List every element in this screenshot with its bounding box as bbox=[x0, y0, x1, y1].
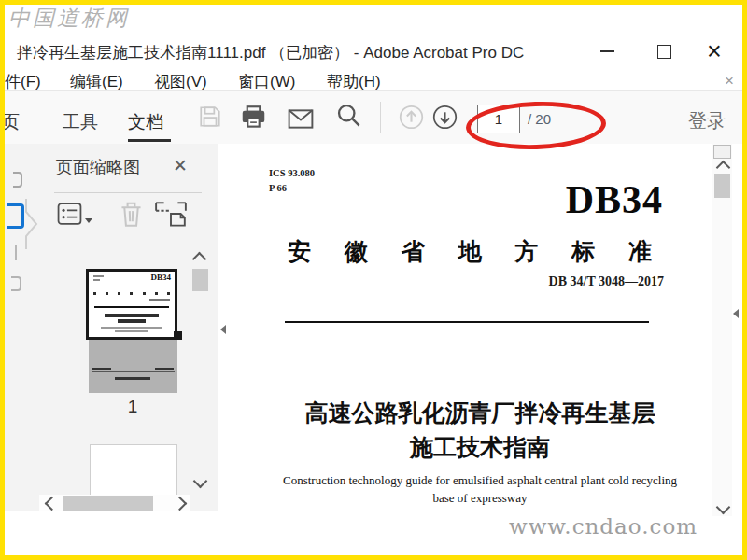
maximize-icon bbox=[657, 45, 671, 59]
watermark-top-left: 中国道桥网 bbox=[8, 4, 130, 33]
doc-vscrollbar-track[interactable] bbox=[712, 144, 732, 516]
save-icon bbox=[198, 105, 222, 129]
page1-label: 1 bbox=[86, 397, 179, 417]
delete-pages-button[interactable] bbox=[119, 201, 144, 231]
panel-scroll-up-icon[interactable] bbox=[192, 252, 207, 267]
panel-toolbar-divider bbox=[106, 200, 106, 230]
previous-page-button[interactable] bbox=[398, 104, 424, 130]
splitter-collapse-right-icon[interactable] bbox=[733, 309, 739, 318]
menubar-close-icon[interactable]: × bbox=[725, 72, 734, 91]
print-button[interactable] bbox=[240, 104, 266, 130]
window-title: 拌冷再生基层施工技术指南1111.pdf （已加密） - Adobe Acrob… bbox=[17, 42, 524, 63]
doc-scroll-down-icon[interactable] bbox=[716, 500, 731, 515]
toolbar: 页 工具 文档 / 20 登录 bbox=[5, 91, 742, 145]
watermark-bottom-right: www.cndao.com bbox=[509, 514, 696, 539]
nav-rail-icon-partial[interactable] bbox=[15, 245, 17, 260]
nav-rail-icon-partial[interactable] bbox=[13, 172, 22, 188]
search-icon bbox=[335, 102, 361, 128]
doc-subtitle-line1: Construction technology guide for emulsi… bbox=[233, 473, 727, 488]
close-button[interactable]: × bbox=[699, 39, 729, 63]
panel-hscrollbar-thumb[interactable] bbox=[63, 496, 153, 511]
doc-title-line1: 高速公路乳化沥青厂拌冷再生基层 bbox=[233, 398, 727, 428]
tab-home[interactable]: 页 bbox=[2, 110, 20, 134]
doc-scroll-up-icon[interactable] bbox=[716, 161, 731, 175]
trash-icon bbox=[119, 201, 144, 228]
maximize-button[interactable] bbox=[649, 39, 679, 63]
nav-rail-icon-partial[interactable] bbox=[11, 276, 21, 291]
panel-scroll-down-icon[interactable] bbox=[193, 474, 208, 489]
options-list-icon bbox=[57, 202, 82, 226]
minimize-button[interactable] bbox=[592, 39, 622, 63]
reduce-page-thumbnails-icon bbox=[154, 202, 188, 228]
tab-document[interactable]: 文档 bbox=[128, 110, 163, 134]
panel-title: 页面缩略图 bbox=[56, 156, 140, 178]
panel-divider bbox=[54, 192, 202, 193]
view-rect-resize-handle[interactable] bbox=[174, 331, 182, 340]
doc-vscrollbar-thumb[interactable] bbox=[714, 174, 730, 198]
doc-title-block: 高速公路乳化沥青厂拌冷再生基层 施工技术指南 Construction tech… bbox=[233, 144, 727, 516]
next-page-button[interactable] bbox=[431, 104, 458, 130]
page-up-icon bbox=[399, 105, 424, 130]
close-icon: × bbox=[707, 39, 722, 63]
thumbnail-options-button[interactable] bbox=[57, 202, 92, 230]
thumbnail-mini-title-row bbox=[93, 292, 170, 295]
active-tab-underline bbox=[128, 139, 171, 142]
doc-title-line2: 施工技术指南 bbox=[233, 432, 727, 463]
panel-divider bbox=[54, 245, 202, 245]
login-button[interactable]: 登录 bbox=[688, 108, 726, 133]
search-button[interactable] bbox=[335, 102, 361, 128]
splitter-collapse-left-icon[interactable] bbox=[220, 325, 226, 334]
panel-close-icon[interactable]: ✕ bbox=[173, 155, 188, 176]
doc-scrollbar-top-box[interactable] bbox=[713, 145, 731, 159]
tab-tools[interactable]: 工具 bbox=[63, 110, 98, 134]
panel-vscrollbar-thumb[interactable] bbox=[192, 269, 208, 291]
pane-collapse-handle[interactable] bbox=[22, 196, 39, 252]
toolbar-divider bbox=[380, 102, 381, 133]
page1-thumbnail-view-rect[interactable]: DB34 bbox=[86, 269, 177, 340]
page-down-icon bbox=[432, 105, 458, 130]
thumbnail-db34-text: DB34 bbox=[150, 273, 171, 282]
page1-thumbnail-hidden-part[interactable] bbox=[89, 340, 177, 393]
chevron-down-icon bbox=[85, 218, 92, 223]
email-icon bbox=[288, 108, 314, 130]
print-icon bbox=[241, 105, 266, 130]
page2-thumbnail-partial[interactable] bbox=[90, 444, 177, 496]
save-button[interactable] bbox=[197, 104, 223, 130]
minimize-icon bbox=[600, 50, 614, 52]
document-page: ICS 93.080 P 66 DB34 安徽省地方标准 DB 34/T 304… bbox=[218, 144, 742, 516]
reduce-thumbnails-button[interactable] bbox=[154, 202, 188, 231]
email-button[interactable] bbox=[288, 105, 314, 132]
doc-subtitle-line2: base of expressway bbox=[233, 491, 727, 506]
navigation-pane: 页面缩略图 ✕ DB34 bbox=[5, 144, 219, 511]
